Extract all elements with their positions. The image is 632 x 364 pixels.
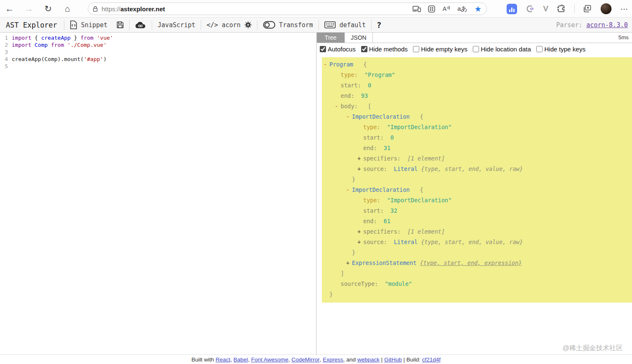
back-icon[interactable]: ← xyxy=(0,4,19,14)
fork-button[interactable] xyxy=(135,21,146,29)
parser-selector[interactable]: </> acorn xyxy=(206,21,251,29)
option-hide-type-keys[interactable]: Hide type keys xyxy=(536,46,585,53)
footer-link-cf21d4f[interactable]: cf21d4f xyxy=(422,356,441,363)
svg-text:A: A xyxy=(443,5,447,12)
profile-avatar[interactable] xyxy=(601,3,612,14)
footer-link-webpack[interactable]: webpack xyxy=(357,356,380,363)
tree-node-name[interactable]: ImportDeclaration xyxy=(352,113,410,120)
code-editor[interactable]: 1import { createApp } from 'vue'2import … xyxy=(0,33,317,354)
address-bar[interactable]: https://astexplorer.net A aあ ★ xyxy=(88,3,487,15)
code-line[interactable]: 3 xyxy=(0,48,316,56)
read-aloud-icon[interactable]: A xyxy=(442,5,450,12)
code-token: from xyxy=(51,42,64,48)
option-autofocus[interactable]: Autofocus xyxy=(320,46,356,53)
save-button[interactable] xyxy=(117,21,124,28)
collapse-toggle[interactable]: - xyxy=(324,59,329,70)
expand-toggle[interactable]: + xyxy=(357,153,363,164)
code-line[interactable]: 2import Comp from './Comp.vue' xyxy=(0,41,316,48)
cloud-fork-icon xyxy=(135,21,146,29)
expand-toggle[interactable]: + xyxy=(357,237,363,247)
code-token: createApp xyxy=(41,35,70,41)
parser-settings-gear-icon[interactable] xyxy=(245,21,252,28)
tree-key: type: xyxy=(341,71,358,78)
tree-line: type: "ImportDeclaration" xyxy=(322,122,632,132)
url-scheme: https:// xyxy=(102,5,120,13)
home-icon[interactable]: ⌂ xyxy=(58,4,77,14)
option-hide-empty-keys[interactable]: Hide empty keys xyxy=(413,46,467,53)
code-line[interactable]: 5 xyxy=(0,63,316,70)
keymap-selector[interactable]: default xyxy=(324,21,366,29)
send-to-devices-icon[interactable] xyxy=(413,6,421,12)
footer-link-babel[interactable]: Babel xyxy=(234,356,248,363)
chart-extension-icon[interactable] xyxy=(507,4,517,14)
parser-version-link[interactable]: acorn-8.3.0 xyxy=(586,21,628,29)
expand-toggle[interactable]: + xyxy=(346,258,352,268)
tree-node-name[interactable]: Literal xyxy=(394,239,418,245)
tree-punctuation: { xyxy=(410,186,423,193)
footer-link-font-awesome[interactable]: Font Awesome xyxy=(251,356,288,363)
tree-value: "ImportDeclaration" xyxy=(387,124,451,130)
code-token: '#app' xyxy=(84,56,103,62)
extensions-puzzle-icon[interactable] xyxy=(557,5,566,13)
code-circle-extension-icon[interactable] xyxy=(526,5,534,13)
option-hide-location-data[interactable]: Hide location data xyxy=(473,46,531,53)
url-text[interactable]: https://astexplorer.net xyxy=(102,5,413,13)
refresh-icon[interactable]: ↻ xyxy=(38,4,58,14)
forward-icon[interactable]: → xyxy=(19,4,38,14)
vue-devtools-icon[interactable]: V xyxy=(543,4,548,13)
toolbar-separator xyxy=(129,20,130,30)
tree-node-name[interactable]: ImportDeclaration xyxy=(352,186,410,193)
tree-key: start: xyxy=(341,82,361,89)
address-bar-actions: A aあ ★ xyxy=(413,5,482,13)
tree-node-name[interactable]: Program xyxy=(329,61,353,68)
tree-options-bar: AutofocusHide methodsHide empty keysHide… xyxy=(317,43,632,55)
footer-link-github[interactable]: GitHub xyxy=(384,356,402,363)
apps-grid-icon[interactable] xyxy=(428,5,435,13)
footer-link-react[interactable]: React xyxy=(216,356,230,363)
tree-key: sourceType: xyxy=(341,280,378,287)
tree-punctuation: { xyxy=(353,61,367,68)
tree-collapsed-summary[interactable]: {type, start, end, expression} xyxy=(420,260,522,266)
snippet-button[interactable]: Snippet xyxy=(70,20,107,29)
code-line[interactable]: 4createApp(Comp).mount('#app') xyxy=(0,56,316,63)
browser-settings-icon[interactable]: ⋯ xyxy=(620,4,629,14)
tree-collapsed-summary: {type, start, end, value, raw} xyxy=(421,239,523,245)
tree-punctuation xyxy=(380,124,387,130)
transform-toggle[interactable]: Transform xyxy=(263,21,313,29)
help-button[interactable]: ? xyxy=(377,20,381,30)
tree-key: end: xyxy=(363,218,377,224)
tree-node-name[interactable]: ExpressionStatement xyxy=(352,260,416,266)
code-token: ) xyxy=(103,56,107,62)
lock-icon[interactable] xyxy=(92,6,98,12)
tree-punctuation: } xyxy=(329,291,333,298)
option-hide-methods-checkbox[interactable] xyxy=(361,46,367,52)
expand-toggle[interactable]: + xyxy=(357,227,363,237)
tree-line: -ImportDeclaration { xyxy=(322,112,632,122)
favorite-star-icon[interactable]: ★ xyxy=(474,5,482,13)
code-line[interactable]: 1import { createApp } from 'vue' xyxy=(0,34,316,41)
footer-link-codemirror[interactable]: CodeMirror xyxy=(291,356,320,363)
tab-json[interactable]: JSON xyxy=(345,33,373,43)
collapse-toggle[interactable]: - xyxy=(346,185,352,195)
collapse-toggle[interactable]: - xyxy=(346,112,352,122)
option-hide-empty-keys-checkbox[interactable] xyxy=(413,46,419,52)
option-hide-type-keys-checkbox[interactable] xyxy=(536,46,543,52)
watermark-text: @稀土掘金技术社区 xyxy=(563,344,623,353)
option-hide-location-data-checkbox[interactable] xyxy=(473,46,479,52)
tree-key: start: xyxy=(363,134,384,141)
collections-icon[interactable] xyxy=(584,5,592,13)
tree-node-name[interactable]: Literal xyxy=(394,165,418,172)
option-autofocus-checkbox[interactable] xyxy=(320,46,326,52)
tree-line: type: "ImportDeclaration" xyxy=(322,195,632,206)
option-hide-methods[interactable]: Hide methods xyxy=(361,46,408,53)
line-number: 5 xyxy=(0,63,12,70)
language-selector[interactable]: JavaScript xyxy=(158,21,195,29)
option-label: Hide empty keys xyxy=(421,46,467,53)
footer-link-express[interactable]: Express xyxy=(323,356,343,363)
ast-tree-view[interactable]: -Program {type: "Program"start: 0end: 93… xyxy=(317,55,632,354)
collapse-toggle[interactable]: - xyxy=(335,101,341,112)
tab-tree[interactable]: Tree xyxy=(317,33,345,43)
translate-icon[interactable]: aあ xyxy=(457,5,467,13)
expand-toggle[interactable]: + xyxy=(357,164,363,174)
tree-line: } xyxy=(322,174,632,185)
